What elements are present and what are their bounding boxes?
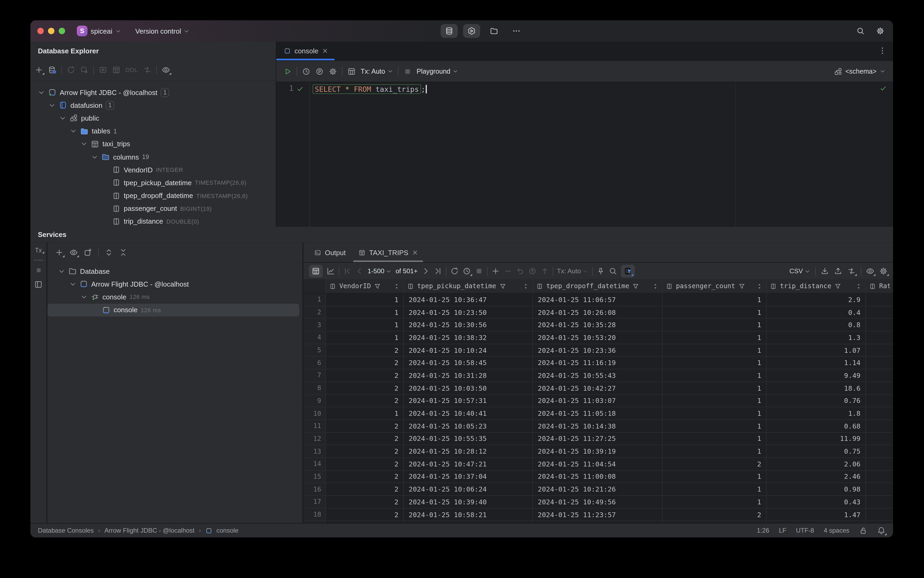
delete-row-button[interactable] bbox=[504, 267, 512, 275]
row-number[interactable]: 8 bbox=[303, 382, 326, 394]
row-number[interactable]: 19 bbox=[303, 521, 326, 523]
data-grid[interactable]: VendorIDtpep_pickup_datetimetpep_dropoff… bbox=[303, 279, 893, 523]
tree-item[interactable]: passenger_countBIGINT(19) bbox=[31, 202, 276, 215]
row-number[interactable]: 3 bbox=[303, 319, 326, 331]
tree-item[interactable]: taxi_trips bbox=[31, 138, 276, 151]
table-row[interactable]: 1322024-01-25 10:28:122024-01-25 10:39:1… bbox=[303, 445, 893, 458]
cell-tpep_pickup_datetime[interactable]: 2024-01-25 10:57:31 bbox=[404, 395, 533, 407]
cell-Rate[interactable] bbox=[866, 483, 893, 495]
cell-VendorID[interactable]: 2 bbox=[326, 382, 404, 394]
run-widget-button[interactable] bbox=[463, 24, 480, 38]
sort-icon[interactable] bbox=[756, 283, 763, 289]
cell-tpep_pickup_datetime[interactable]: 2024-01-25 10:05:23 bbox=[404, 420, 533, 432]
datasource-properties-button[interactable] bbox=[48, 66, 57, 74]
cell-tpep_dropoff_datetime[interactable]: 2024-01-25 10:49:56 bbox=[533, 496, 663, 508]
cell-tpep_pickup_datetime[interactable]: 2024-01-25 10:47:21 bbox=[404, 458, 533, 470]
cell-tpep_pickup_datetime[interactable]: 2024-01-25 10:23:50 bbox=[404, 306, 533, 318]
project-structure-button[interactable] bbox=[485, 24, 503, 38]
browse-table-button[interactable] bbox=[347, 67, 356, 76]
cell-Rate[interactable] bbox=[866, 496, 893, 508]
next-page-button[interactable] bbox=[421, 267, 430, 275]
view-options-button[interactable] bbox=[161, 66, 170, 74]
database-tool-button[interactable] bbox=[441, 24, 458, 38]
cell-trip_distance[interactable]: 1.3 bbox=[767, 331, 866, 343]
row-number[interactable]: 11 bbox=[303, 420, 326, 432]
tree-item[interactable]: columns19 bbox=[31, 151, 276, 163]
cell-tpep_pickup_datetime[interactable]: 2024-01-25 10:58:21 bbox=[404, 508, 533, 520]
project-selector[interactable]: S spiceai bbox=[77, 26, 122, 36]
cell-VendorID[interactable]: 2 bbox=[326, 496, 404, 508]
cell-Rate[interactable] bbox=[866, 433, 893, 445]
line-ending[interactable]: LF bbox=[779, 527, 786, 534]
cell-tpep_dropoff_datetime[interactable]: 2024-01-25 11:03:07 bbox=[533, 395, 663, 407]
search-everywhere-button[interactable] bbox=[856, 27, 865, 35]
cell-VendorID[interactable]: 1 bbox=[326, 306, 404, 318]
sort-icon[interactable] bbox=[652, 283, 659, 289]
cell-passenger_count[interactable]: 1 bbox=[663, 521, 767, 523]
cell-VendorID[interactable]: 2 bbox=[326, 508, 404, 520]
zoom-window-button[interactable] bbox=[59, 28, 65, 34]
cell-passenger_count[interactable]: 1 bbox=[663, 420, 767, 432]
cell-VendorID[interactable]: 2 bbox=[326, 344, 404, 356]
stop-query-button[interactable] bbox=[475, 267, 483, 275]
cell-VendorID[interactable]: 2 bbox=[326, 458, 404, 470]
cell-tpep_pickup_datetime[interactable]: 2024-01-25 10:28:12 bbox=[404, 445, 533, 457]
tree-item[interactable]: Database bbox=[47, 265, 303, 278]
breadcrumb-item[interactable]: Database Consoles bbox=[38, 527, 94, 534]
rollback-button[interactable] bbox=[528, 267, 537, 275]
cell-VendorID[interactable]: 1 bbox=[326, 331, 404, 343]
expand-all-button[interactable] bbox=[105, 248, 113, 257]
table-row[interactable]: 1012024-01-25 10:40:412024-01-25 11:05:1… bbox=[303, 407, 893, 420]
cell-Rate[interactable] bbox=[866, 508, 893, 520]
cell-tpep_pickup_datetime[interactable]: 2024-01-25 10:40:41 bbox=[404, 407, 533, 419]
reload-data-button[interactable] bbox=[450, 267, 459, 275]
breadcrumb-item[interactable]: console bbox=[216, 527, 238, 534]
cell-tpep_pickup_datetime[interactable]: 2024-01-25 10:03:50 bbox=[404, 382, 533, 394]
cell-trip_distance[interactable]: 0.76 bbox=[767, 395, 866, 407]
cell-VendorID[interactable]: 2 bbox=[326, 471, 404, 482]
cell-tpep_dropoff_datetime[interactable]: 2024-01-25 11:06:57 bbox=[533, 294, 663, 305]
cell-tpep_dropoff_datetime[interactable]: 2024-01-25 11:05:18 bbox=[533, 407, 663, 419]
cell-VendorID[interactable]: 1 bbox=[326, 407, 404, 419]
row-number[interactable]: 14 bbox=[303, 458, 326, 470]
cell-Rate[interactable] bbox=[866, 306, 893, 318]
results-tab-taxi_trips[interactable]: TAXI_TRIPS✕ bbox=[352, 243, 425, 262]
row-number[interactable]: 7 bbox=[303, 369, 326, 382]
schema-selector[interactable]: <schema> bbox=[833, 67, 885, 76]
console-settings-button[interactable] bbox=[329, 67, 337, 76]
cell-trip_distance[interactable]: 1.47 bbox=[767, 508, 866, 520]
cell-tpep_pickup_datetime[interactable]: 2024-01-25 10:31:28 bbox=[404, 369, 533, 382]
parameters-button[interactable] bbox=[315, 67, 324, 76]
page-size-selector[interactable]: 1-500 bbox=[368, 267, 392, 275]
row-number[interactable]: 16 bbox=[303, 483, 326, 495]
cell-trip_distance[interactable]: 0.4 bbox=[767, 306, 866, 318]
cell-trip_distance[interactable]: 1.8 bbox=[767, 407, 866, 419]
cell-trip_distance[interactable]: 1.14 bbox=[767, 357, 866, 369]
results-tab-output[interactable]: Output bbox=[308, 243, 352, 262]
cell-trip_distance[interactable]: 0.43 bbox=[767, 496, 866, 508]
cell-tpep_dropoff_datetime[interactable]: 2024-01-25 10:55:43 bbox=[533, 369, 663, 382]
cell-trip_distance[interactable]: 9.49 bbox=[767, 369, 866, 382]
cell-passenger_count[interactable]: 1 bbox=[663, 445, 767, 457]
export-format-selector[interactable]: CSV bbox=[789, 267, 811, 275]
cell-tpep_pickup_datetime[interactable]: 2024-01-25 10:36:47 bbox=[404, 294, 533, 305]
add-to-sections-button[interactable] bbox=[84, 248, 92, 257]
version-control-menu[interactable]: Version control bbox=[135, 27, 190, 35]
cell-Rate[interactable] bbox=[866, 420, 893, 432]
cell-Rate[interactable] bbox=[866, 369, 893, 382]
column-header-Rate[interactable]: Rate bbox=[866, 279, 893, 293]
cell-Rate[interactable] bbox=[866, 331, 893, 343]
compare-data-button[interactable] bbox=[847, 267, 856, 275]
tab-console[interactable]: console ✕ bbox=[276, 42, 334, 60]
table-row[interactable]: 1912024-01-25 10:02:082024-01-25 10:25:1… bbox=[303, 521, 893, 523]
tree-item[interactable]: console126 ms bbox=[47, 304, 299, 316]
cell-trip_distance[interactable]: 0.8 bbox=[767, 319, 866, 331]
tree-item[interactable]: datafusion1 bbox=[31, 99, 276, 112]
query-history-button[interactable] bbox=[462, 267, 471, 275]
tree-item[interactable]: Arrow Flight JDBC - @localhost1 bbox=[31, 86, 276, 99]
cell-Rate[interactable] bbox=[866, 471, 893, 482]
row-number[interactable]: 13 bbox=[303, 445, 326, 457]
close-window-button[interactable] bbox=[37, 28, 44, 34]
cell-Rate[interactable] bbox=[866, 344, 893, 356]
import-data-button[interactable] bbox=[834, 267, 842, 275]
